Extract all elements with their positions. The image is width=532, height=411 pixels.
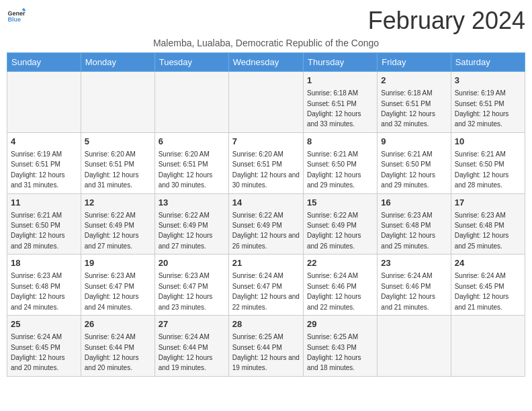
day-info: Sunrise: 6:24 AM Sunset: 6:45 PM Dayligh… bbox=[11, 333, 65, 371]
day-info: Sunrise: 6:21 AM Sunset: 6:50 PM Dayligh… bbox=[307, 150, 361, 189]
day-number: 17 bbox=[455, 197, 521, 209]
calendar-cell: 8Sunrise: 6:21 AM Sunset: 6:50 PM Daylig… bbox=[303, 132, 377, 193]
day-number: 14 bbox=[232, 197, 300, 209]
subtitle: Malemba, Lualaba, Democratic Republic of… bbox=[7, 38, 525, 48]
calendar-week-row: 25Sunrise: 6:24 AM Sunset: 6:45 PM Dayli… bbox=[7, 316, 525, 377]
calendar-cell bbox=[228, 72, 303, 133]
calendar-table: SundayMondayTuesdayWednesdayThursdayFrid… bbox=[7, 52, 525, 377]
day-info: Sunrise: 6:24 AM Sunset: 6:44 PM Dayligh… bbox=[85, 333, 139, 371]
day-info: Sunrise: 6:20 AM Sunset: 6:51 PM Dayligh… bbox=[159, 150, 213, 189]
header: General Blue February 2024 bbox=[7, 7, 525, 35]
day-info: Sunrise: 6:23 AM Sunset: 6:48 PM Dayligh… bbox=[11, 272, 65, 310]
day-number: 24 bbox=[455, 257, 521, 269]
calendar-cell: 24Sunrise: 6:24 AM Sunset: 6:45 PM Dayli… bbox=[451, 255, 525, 316]
day-number: 7 bbox=[232, 136, 300, 148]
calendar-cell: 9Sunrise: 6:21 AM Sunset: 6:50 PM Daylig… bbox=[378, 132, 451, 193]
day-info: Sunrise: 6:24 AM Sunset: 6:46 PM Dayligh… bbox=[381, 272, 435, 310]
day-info: Sunrise: 6:23 AM Sunset: 6:47 PM Dayligh… bbox=[85, 272, 139, 310]
calendar-header-row: SundayMondayTuesdayWednesdayThursdayFrid… bbox=[7, 53, 525, 72]
day-number: 27 bbox=[159, 318, 225, 330]
day-info: Sunrise: 6:22 AM Sunset: 6:49 PM Dayligh… bbox=[159, 212, 213, 250]
day-info: Sunrise: 6:24 AM Sunset: 6:44 PM Dayligh… bbox=[159, 333, 213, 371]
calendar-cell bbox=[154, 72, 228, 133]
calendar-cell: 19Sunrise: 6:23 AM Sunset: 6:47 PM Dayli… bbox=[81, 255, 154, 316]
calendar-week-row: 18Sunrise: 6:23 AM Sunset: 6:48 PM Dayli… bbox=[7, 255, 525, 316]
calendar-week-row: 1Sunrise: 6:18 AM Sunset: 6:51 PM Daylig… bbox=[7, 72, 525, 133]
day-number: 25 bbox=[11, 318, 77, 330]
day-info: Sunrise: 6:19 AM Sunset: 6:51 PM Dayligh… bbox=[455, 89, 509, 128]
day-number: 23 bbox=[381, 257, 447, 269]
day-number: 26 bbox=[85, 318, 151, 330]
day-number: 4 bbox=[11, 136, 77, 148]
calendar-cell: 13Sunrise: 6:22 AM Sunset: 6:49 PM Dayli… bbox=[154, 193, 228, 255]
calendar-cell bbox=[81, 72, 154, 133]
day-info: Sunrise: 6:23 AM Sunset: 6:48 PM Dayligh… bbox=[381, 212, 435, 250]
day-header-thursday: Thursday bbox=[303, 53, 377, 72]
day-number: 19 bbox=[85, 257, 151, 269]
calendar-cell: 14Sunrise: 6:22 AM Sunset: 6:49 PM Dayli… bbox=[228, 193, 303, 255]
calendar-cell: 26Sunrise: 6:24 AM Sunset: 6:44 PM Dayli… bbox=[81, 316, 154, 377]
day-info: Sunrise: 6:23 AM Sunset: 6:48 PM Dayligh… bbox=[455, 212, 509, 250]
day-number: 11 bbox=[11, 197, 77, 209]
day-number: 1 bbox=[307, 75, 373, 87]
calendar-cell bbox=[451, 316, 525, 377]
calendar-cell: 16Sunrise: 6:23 AM Sunset: 6:48 PM Dayli… bbox=[378, 193, 451, 255]
day-info: Sunrise: 6:25 AM Sunset: 6:44 PM Dayligh… bbox=[232, 333, 300, 371]
calendar-body: 1Sunrise: 6:18 AM Sunset: 6:51 PM Daylig… bbox=[7, 72, 525, 377]
calendar-cell: 22Sunrise: 6:24 AM Sunset: 6:46 PM Dayli… bbox=[303, 255, 377, 316]
calendar-cell: 12Sunrise: 6:22 AM Sunset: 6:49 PM Dayli… bbox=[81, 193, 154, 255]
day-number: 12 bbox=[85, 197, 151, 209]
day-info: Sunrise: 6:24 AM Sunset: 6:46 PM Dayligh… bbox=[307, 272, 361, 310]
day-number: 9 bbox=[381, 136, 447, 148]
day-info: Sunrise: 6:20 AM Sunset: 6:51 PM Dayligh… bbox=[232, 150, 300, 189]
day-header-tuesday: Tuesday bbox=[154, 53, 228, 72]
day-info: Sunrise: 6:25 AM Sunset: 6:43 PM Dayligh… bbox=[307, 333, 361, 371]
day-info: Sunrise: 6:21 AM Sunset: 6:50 PM Dayligh… bbox=[11, 212, 65, 250]
day-number: 20 bbox=[159, 257, 225, 269]
calendar-cell: 17Sunrise: 6:23 AM Sunset: 6:48 PM Dayli… bbox=[451, 193, 525, 255]
calendar-cell: 6Sunrise: 6:20 AM Sunset: 6:51 PM Daylig… bbox=[154, 132, 228, 193]
day-header-monday: Monday bbox=[81, 53, 154, 72]
calendar-cell: 28Sunrise: 6:25 AM Sunset: 6:44 PM Dayli… bbox=[228, 316, 303, 377]
calendar-cell: 21Sunrise: 6:24 AM Sunset: 6:47 PM Dayli… bbox=[228, 255, 303, 316]
calendar-cell: 2Sunrise: 6:18 AM Sunset: 6:51 PM Daylig… bbox=[378, 72, 451, 133]
day-number: 16 bbox=[381, 197, 447, 209]
day-info: Sunrise: 6:20 AM Sunset: 6:51 PM Dayligh… bbox=[85, 150, 139, 189]
main-title: February 2024 bbox=[368, 7, 525, 35]
day-number: 3 bbox=[455, 75, 521, 87]
calendar-cell: 15Sunrise: 6:22 AM Sunset: 6:49 PM Dayli… bbox=[303, 193, 377, 255]
day-info: Sunrise: 6:24 AM Sunset: 6:45 PM Dayligh… bbox=[455, 272, 509, 310]
calendar-cell: 10Sunrise: 6:21 AM Sunset: 6:50 PM Dayli… bbox=[451, 132, 525, 193]
calendar-cell: 20Sunrise: 6:23 AM Sunset: 6:47 PM Dayli… bbox=[154, 255, 228, 316]
day-info: Sunrise: 6:19 AM Sunset: 6:51 PM Dayligh… bbox=[11, 150, 65, 189]
calendar-cell: 4Sunrise: 6:19 AM Sunset: 6:51 PM Daylig… bbox=[7, 132, 81, 193]
day-number: 22 bbox=[307, 257, 373, 269]
svg-text:Blue: Blue bbox=[7, 16, 21, 23]
calendar-cell bbox=[7, 72, 81, 133]
calendar-cell: 25Sunrise: 6:24 AM Sunset: 6:45 PM Dayli… bbox=[7, 316, 81, 377]
calendar-cell: 18Sunrise: 6:23 AM Sunset: 6:48 PM Dayli… bbox=[7, 255, 81, 316]
day-number: 28 bbox=[232, 318, 300, 330]
day-number: 18 bbox=[11, 257, 77, 269]
day-header-wednesday: Wednesday bbox=[228, 53, 303, 72]
day-info: Sunrise: 6:23 AM Sunset: 6:47 PM Dayligh… bbox=[159, 272, 213, 310]
day-info: Sunrise: 6:18 AM Sunset: 6:51 PM Dayligh… bbox=[307, 89, 361, 128]
logo: General Blue bbox=[7, 7, 26, 26]
calendar-cell: 1Sunrise: 6:18 AM Sunset: 6:51 PM Daylig… bbox=[303, 72, 377, 133]
calendar-cell bbox=[378, 316, 451, 377]
calendar-cell: 3Sunrise: 6:19 AM Sunset: 6:51 PM Daylig… bbox=[451, 72, 525, 133]
day-info: Sunrise: 6:22 AM Sunset: 6:49 PM Dayligh… bbox=[307, 212, 361, 250]
logo-icon: General Blue bbox=[7, 7, 26, 26]
day-number: 6 bbox=[159, 136, 225, 148]
day-number: 8 bbox=[307, 136, 373, 148]
day-number: 21 bbox=[232, 257, 300, 269]
day-number: 2 bbox=[381, 75, 447, 87]
day-info: Sunrise: 6:22 AM Sunset: 6:49 PM Dayligh… bbox=[232, 212, 300, 250]
calendar-week-row: 11Sunrise: 6:21 AM Sunset: 6:50 PM Dayli… bbox=[7, 193, 525, 255]
day-info: Sunrise: 6:21 AM Sunset: 6:50 PM Dayligh… bbox=[381, 150, 435, 189]
svg-text:General: General bbox=[7, 10, 26, 17]
day-info: Sunrise: 6:24 AM Sunset: 6:47 PM Dayligh… bbox=[232, 272, 300, 310]
day-header-friday: Friday bbox=[378, 53, 451, 72]
calendar-cell: 29Sunrise: 6:25 AM Sunset: 6:43 PM Dayli… bbox=[303, 316, 377, 377]
calendar-cell: 11Sunrise: 6:21 AM Sunset: 6:50 PM Dayli… bbox=[7, 193, 81, 255]
